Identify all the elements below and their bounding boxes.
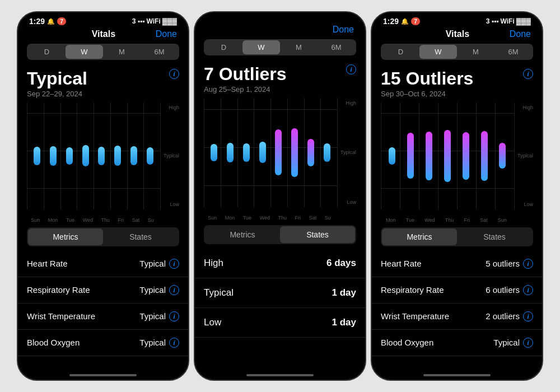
hero-row: 7 Outliers Aug 25–Sep 1, 2024 i — [195, 62, 365, 98]
metric-row: Heart Rate Typical i — [18, 251, 188, 277]
metric-name: Blood Oxygen — [27, 338, 80, 347]
bar-2 — [66, 147, 73, 165]
chart-bottom-label: Thu — [278, 215, 287, 221]
tab-metrics[interactable]: Metrics — [205, 226, 280, 243]
tab-states[interactable]: States — [103, 228, 178, 245]
metric-value: Typical i — [139, 311, 179, 321]
metric-name: Wrist Temperature — [381, 311, 449, 321]
segment-6m[interactable]: 6M — [494, 45, 532, 59]
segment-d[interactable]: D — [28, 45, 66, 59]
bar-column — [463, 102, 469, 209]
info-icon[interactable]: i — [169, 69, 179, 79]
bar-column — [227, 98, 234, 207]
bell-icon: 🔔 — [47, 18, 55, 25]
bar-6 — [307, 139, 314, 166]
segment-m[interactable]: M — [457, 45, 494, 59]
state-name: High — [204, 258, 223, 269]
state-value: 1 day — [332, 287, 356, 298]
chart-bottom-label: Su — [148, 217, 154, 223]
tab-states[interactable]: States — [280, 226, 355, 243]
status-right: 3 ▪▪▪ WiFi ▓▓▓ — [132, 17, 177, 25]
hero-subtitle: Aug 25–Sep 1, 2024 — [204, 85, 287, 94]
tab-metrics[interactable]: Metrics — [28, 228, 103, 245]
metric-info-icon[interactable]: i — [169, 259, 179, 269]
chart-label: Low — [514, 202, 533, 207]
time-display: 1:29 — [29, 17, 45, 26]
chart-bars — [206, 98, 335, 207]
state-value: 6 days — [326, 258, 356, 269]
time-display: 1:29 — [383, 17, 399, 26]
segment-6m[interactable]: 6M — [141, 45, 178, 59]
bar-1 — [50, 146, 57, 166]
bar-0 — [211, 144, 217, 161]
metric-value: 6 outliers i — [486, 285, 533, 295]
segment-control: DWM6M — [204, 39, 356, 55]
hero-title: 15 Outliers — [381, 69, 473, 88]
bar-3 — [444, 130, 451, 182]
hero-row: Typical Sep 22–29, 2024 i — [18, 67, 188, 102]
status-left: 1:29 🔔 7 — [29, 17, 66, 26]
metric-info-icon[interactable]: i — [523, 311, 533, 321]
segment-control: DWM6M — [27, 44, 179, 60]
screens-container: 1:29 🔔 7 3 ▪▪▪ WiFi ▓▓▓ Vitals Done DWM6… — [0, 0, 560, 392]
segment-d[interactable]: D — [382, 45, 419, 59]
segment-d[interactable]: D — [205, 40, 242, 54]
metric-info-icon[interactable]: i — [169, 311, 179, 321]
chart-bars — [29, 102, 158, 209]
metric-status: Typical — [139, 311, 166, 321]
badge: 7 — [411, 17, 420, 25]
segment-6m[interactable]: 6M — [318, 40, 355, 54]
tab-metrics[interactable]: Metrics — [382, 228, 457, 245]
chart-bottom-label: Sat — [132, 217, 140, 223]
metric-info-icon[interactable]: i — [169, 285, 179, 295]
bar-column — [130, 102, 137, 209]
home-indicator — [423, 374, 491, 376]
chart-label: High — [160, 105, 179, 110]
metrics-list: Heart Rate Typical i Respiratory Rate Ty… — [18, 251, 188, 371]
status-bar: 1:29 🔔 7 3 ▪▪▪ WiFi ▓▓▓ — [18, 12, 188, 28]
metric-row: Respiratory Rate 6 outliers i — [372, 277, 542, 304]
done-button[interactable]: Done — [333, 25, 354, 35]
status-left: 1:29 🔔 7 — [383, 17, 420, 26]
metric-status: Typical — [139, 259, 166, 268]
bar-2 — [426, 132, 432, 180]
metric-info-icon[interactable]: i — [523, 338, 533, 348]
chart-bottom-label: Wed — [83, 217, 93, 223]
bar-column — [211, 98, 217, 207]
segment-w[interactable]: W — [66, 45, 103, 59]
bar-3 — [82, 145, 89, 166]
segment-w[interactable]: W — [242, 40, 280, 54]
hero-title: Typical — [27, 69, 87, 88]
chart-bars — [383, 102, 512, 209]
metric-row: Blood Oxygen Typical i — [372, 330, 542, 356]
metric-row: Blood Oxygen Typical i — [18, 330, 188, 356]
segment-w[interactable]: W — [419, 45, 457, 59]
bar-6 — [130, 146, 137, 165]
segment-m[interactable]: M — [103, 45, 141, 59]
metric-value: Typical i — [139, 259, 179, 269]
bar-column — [324, 98, 330, 207]
metric-name: Heart Rate — [27, 259, 68, 268]
state-name: Typical — [204, 287, 234, 298]
chart-bottom-label: Sun — [498, 217, 507, 223]
bar-1 — [227, 143, 234, 162]
metric-info-icon[interactable]: i — [523, 285, 533, 295]
bell-icon: 🔔 — [401, 18, 409, 25]
chart-label: High — [514, 105, 533, 110]
segment-m[interactable]: M — [280, 40, 318, 54]
wifi-icon: WiFi — [147, 17, 161, 25]
done-button[interactable]: Done — [156, 29, 177, 39]
chart-right-labels: HighTypicalLow — [160, 102, 179, 209]
done-button[interactable]: Done — [510, 29, 531, 39]
metric-info-icon[interactable]: i — [523, 259, 533, 269]
bar-1 — [407, 133, 414, 179]
metric-info-icon[interactable]: i — [169, 338, 179, 348]
chart-bottom-label: Su — [325, 215, 331, 221]
phone-screen-1: 1:29 🔔 7 3 ▪▪▪ WiFi ▓▓▓ Vitals Done DWM6… — [17, 11, 189, 381]
tab-states[interactable]: States — [457, 228, 532, 245]
info-icon[interactable]: i — [346, 64, 356, 74]
chart-label: Low — [160, 202, 179, 207]
info-icon[interactable]: i — [523, 69, 533, 79]
segment-control: DWM6M — [381, 44, 533, 60]
bar-7 — [324, 143, 330, 162]
